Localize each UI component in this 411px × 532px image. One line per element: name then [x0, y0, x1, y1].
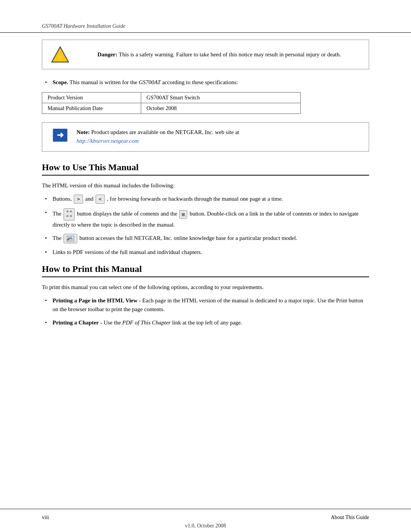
b2-pre: The [53, 211, 63, 217]
footer-right: About This Guide [331, 514, 369, 521]
section1-intro: The HTML version of this manual includes… [42, 181, 369, 190]
section2-intro: To print this manual you can select one … [42, 283, 369, 292]
main-content: ⚡ Danger: This is a safety warning. Fail… [0, 40, 411, 327]
scope-product: GS700AT [139, 79, 161, 85]
note-label: Note: [76, 129, 90, 135]
arrow-symbol: ➜ [57, 131, 64, 139]
pb2-pre: - Use the [100, 320, 122, 326]
spec-label-1: Product Version [42, 93, 141, 103]
spec-value-1: GS700AT Smart Switch [141, 93, 301, 103]
note-arrow-wrap: ➜ [49, 129, 71, 142]
print-bullet-2: Printing a Chapter - Use the PDF of This… [42, 318, 369, 327]
back-button[interactable]: < [96, 195, 105, 204]
b3-post: button accesses the full NETGEAR, Inc. o… [80, 235, 297, 241]
toc-button[interactable]: ≡ ≡≡ ≡ [64, 208, 75, 220]
danger-body: This is a safety warning. Failure to tak… [119, 51, 341, 58]
b2-mid: button displays the table of contents an… [77, 211, 178, 217]
pb1-strong: Printing a Page in the HTML View [53, 297, 137, 304]
danger-box: ⚡ Danger: This is a safety warning. Fail… [42, 40, 369, 69]
bullet-item-4: Links to PDF versions of the full manual… [42, 248, 369, 257]
section1-heading: How to Use This Manual [42, 162, 369, 176]
danger-icon-wrap: ⚡ [49, 45, 71, 64]
b1-post: , for browsing forwards or backwards thr… [107, 196, 283, 202]
table-row: Manual Publication Date October 2008 [42, 103, 301, 114]
note-arrow-icon: ➜ [53, 129, 67, 142]
pb2-strong: Printing a Chapter [53, 320, 99, 326]
b1-mid: and [85, 196, 95, 202]
bullet-item-2: The ≡ ≡≡ ≡ button displays the table of … [42, 208, 369, 229]
scope-suffix: according to these specifications: [162, 79, 238, 85]
kb-button[interactable] [64, 234, 77, 243]
footer-row: viii About This Guide [42, 514, 369, 521]
note-box: ➜ Note: Product updates are available on… [42, 122, 369, 152]
footer-center: v1.0, October 2008 [42, 523, 369, 529]
svg-text:⚡: ⚡ [55, 52, 66, 62]
guide-title: GS700AT Hardware Installation Guide [42, 23, 125, 29]
section2-heading: How to Print this Manual [42, 264, 369, 277]
danger-text: Danger: This is a safety warning. Failur… [76, 50, 362, 59]
b4-text: Links to PDF versions of the full manual… [53, 249, 202, 255]
print-bullet-1: Printing a Page in the HTML View - Each … [42, 296, 369, 314]
footer-left: viii [42, 514, 49, 521]
bullet-item-1: Buttons, > and < , for browsing forwards… [42, 195, 369, 204]
spec-label-2: Manual Publication Date [42, 103, 141, 114]
note-body: Product updates are available on the NET… [91, 129, 239, 135]
svg-point-5 [72, 237, 73, 238]
page: GS700AT Hardware Installation Guide ⚡ Da… [0, 0, 411, 532]
b3-pre: The [53, 235, 63, 241]
note-text: Note: Product updates are available on t… [76, 128, 362, 146]
note-link[interactable]: http://kbserver.netgear.com [76, 138, 139, 144]
danger-icon: ⚡ [51, 45, 69, 64]
section1-content: The HTML version of this manual includes… [42, 181, 369, 257]
svg-rect-2 [66, 235, 75, 242]
scope-bullet: Scope. This manual is written for the GS… [42, 78, 369, 87]
pb2-post: link at the top left of any page. [172, 320, 242, 326]
pb2-italic: PDF of This Chapter [122, 320, 170, 326]
section2-content: To print this manual you can select one … [42, 283, 369, 328]
scope-label: Scope. [53, 79, 68, 85]
table-row: Product Version GS700AT Smart Switch [42, 93, 301, 103]
footer: viii About This Guide v1.0, October 2008 [0, 509, 411, 532]
forward-button[interactable]: > [74, 195, 83, 204]
danger-label: Danger: [97, 51, 118, 58]
spec-value-2: October 2008 [141, 103, 301, 114]
scope-text: This manual is written for the [70, 79, 139, 85]
spec-table: Product Version GS700AT Smart Switch Man… [42, 92, 301, 114]
index-button[interactable]: ⊞ [179, 210, 187, 219]
footer-version: v1.0, October 2008 [185, 523, 226, 529]
bullet-item-3: The button accesses the full NETGEAR, In… [42, 234, 369, 243]
header-bar: GS700AT Hardware Installation Guide [0, 0, 411, 33]
b1-pre: Buttons, [53, 196, 73, 202]
